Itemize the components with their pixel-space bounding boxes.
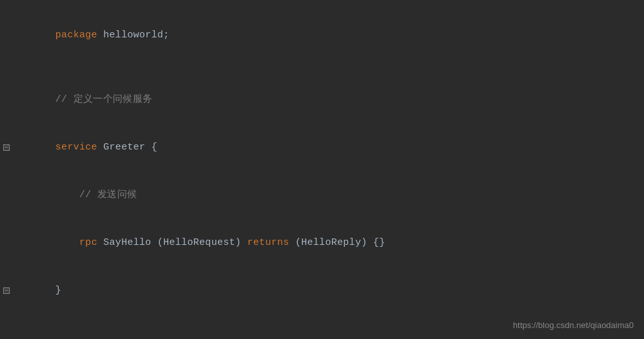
keyword-service: service xyxy=(55,142,97,153)
plain-1: helloworld; xyxy=(97,30,170,41)
code-line-7: − } xyxy=(0,267,644,315)
fold-icon-7[interactable]: − xyxy=(3,287,10,294)
plain-4: Greeter { xyxy=(97,142,157,153)
code-line-6: rpc SayHello (HelloRequest) returns (Hel… xyxy=(0,219,644,267)
line-content-6: rpc SayHello (HelloRequest) returns (Hel… xyxy=(13,220,385,266)
code-line-3: // 定义一个问候服务 xyxy=(0,76,644,124)
fold-gutter-4: − xyxy=(0,144,13,151)
code-line-4: − service Greeter { xyxy=(0,124,644,171)
line-content-3: // 定义一个问候服务 xyxy=(13,77,152,123)
indent-6 xyxy=(55,237,79,248)
line-content-9: // The request message containing the us… xyxy=(13,332,463,339)
line-content-4: service Greeter { xyxy=(13,124,157,171)
keyword-package: package xyxy=(55,30,97,41)
comment-5: // 发送问候 xyxy=(79,189,137,200)
line-content-1: package helloworld; xyxy=(13,12,170,59)
plain-6a: SayHello (HelloRequest) xyxy=(97,237,248,248)
watermark: https://blog.csdn.net/qiaodaima0 xyxy=(513,319,634,333)
line-content-5: // 发送问候 xyxy=(13,172,137,218)
keyword-rpc: rpc xyxy=(79,237,97,248)
fold-gutter-7: − xyxy=(0,287,13,294)
plain-7: } xyxy=(55,285,61,296)
plain-6b: (HelloReply) {} xyxy=(289,237,385,248)
code-editor: package helloworld; // 定义一个问候服务 − servic… xyxy=(0,0,644,339)
comment-3: // 定义一个问候服务 xyxy=(55,94,152,105)
code-line-2 xyxy=(0,59,644,76)
code-line-5: // 发送问候 xyxy=(0,171,644,219)
code-line-1: package helloworld; xyxy=(0,12,644,59)
keyword-returns: returns xyxy=(247,237,289,248)
line-content-7: } xyxy=(13,267,61,314)
indent-5 xyxy=(55,189,79,200)
fold-icon-4[interactable]: − xyxy=(3,144,10,151)
